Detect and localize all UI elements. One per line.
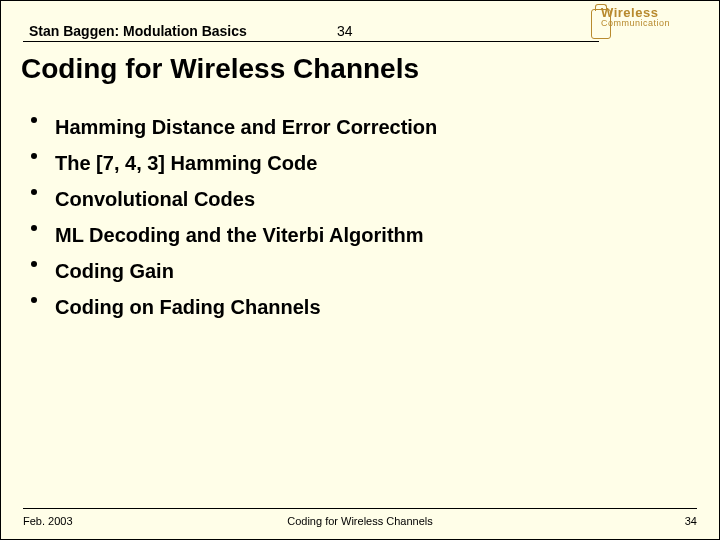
wireless-logo: Wireless Communication: [601, 7, 711, 45]
bullet-icon: [31, 189, 37, 195]
list-item: Coding on Fading Channels: [31, 293, 719, 321]
bullet-text: ML Decoding and the Viterbi Algorithm: [55, 221, 424, 249]
bullet-icon: [31, 261, 37, 267]
list-item: Convolutional Codes: [31, 185, 719, 213]
header-divider: [23, 41, 599, 42]
bullet-text: Coding on Fading Channels: [55, 293, 321, 321]
slide-title: Coding for Wireless Channels: [21, 53, 719, 85]
header-slide-number: 34: [337, 23, 353, 39]
bullet-text: Convolutional Codes: [55, 185, 255, 213]
slide-header: Stan Baggen: Modulation Basics 34 Wirele…: [1, 1, 719, 45]
bullet-icon: [31, 225, 37, 231]
bullet-text: The [7, 4, 3] Hamming Code: [55, 149, 317, 177]
list-item: Coding Gain: [31, 257, 719, 285]
bullet-list: Hamming Distance and Error Correction Th…: [31, 113, 719, 321]
footer-divider: [23, 508, 697, 509]
bullet-icon: [31, 297, 37, 303]
list-item: ML Decoding and the Viterbi Algorithm: [31, 221, 719, 249]
list-item: Hamming Distance and Error Correction: [31, 113, 719, 141]
footer-title: Coding for Wireless Channels: [1, 515, 719, 527]
header-author-title: Stan Baggen: Modulation Basics: [29, 23, 247, 39]
logo-line1: Wireless: [601, 7, 711, 18]
bullet-icon: [31, 117, 37, 123]
list-item: The [7, 4, 3] Hamming Code: [31, 149, 719, 177]
footer-page-number: 34: [685, 515, 697, 527]
bullet-text: Hamming Distance and Error Correction: [55, 113, 437, 141]
bullet-text: Coding Gain: [55, 257, 174, 285]
logo-line2: Communication: [601, 18, 711, 29]
bullet-icon: [31, 153, 37, 159]
